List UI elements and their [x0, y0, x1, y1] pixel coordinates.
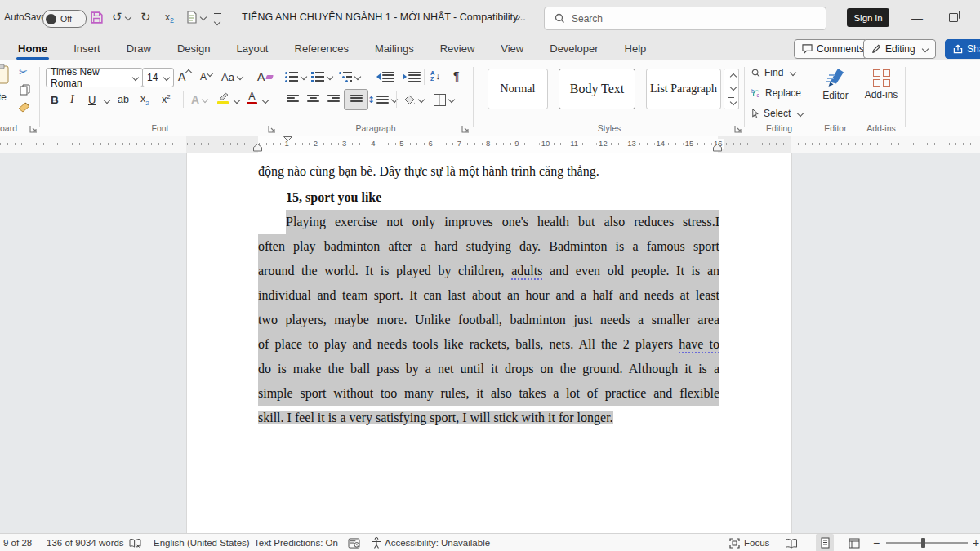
tab-layout[interactable]: Layout	[234, 39, 270, 58]
tab-help[interactable]: Help	[623, 39, 648, 58]
styles-dialog-launcher[interactable]	[734, 125, 742, 133]
pilcrow-button[interactable]: ¶	[450, 66, 463, 86]
clear-formatting-button[interactable]: A	[254, 67, 276, 87]
sign-in-button[interactable]: Sign in	[847, 8, 889, 27]
styles-scroll-down-icon[interactable]	[730, 84, 737, 91]
tab-developer[interactable]: Developer	[548, 39, 599, 58]
horizontal-ruler[interactable]: 12345678910111213141516	[0, 136, 980, 153]
comments-button[interactable]: Comments	[794, 39, 872, 59]
zoom-slider-track[interactable]	[886, 542, 968, 544]
zoom-out-button[interactable]: −	[873, 534, 880, 551]
editing-mode-button[interactable]: Editing	[863, 39, 936, 59]
accessibility-button[interactable]: Accessibility: Unavailable	[372, 534, 490, 551]
tab-mailings[interactable]: Mailings	[373, 39, 416, 58]
underline-button[interactable]: U	[85, 90, 99, 109]
text-predictions-indicator[interactable]: Text Predictions: On	[254, 534, 338, 551]
styles-more-icon[interactable]	[730, 99, 737, 105]
decrease-indent-button[interactable]	[373, 67, 398, 87]
align-left-button[interactable]	[283, 90, 302, 109]
first-line-indent-marker[interactable]	[283, 136, 292, 141]
borders-button[interactable]	[430, 90, 457, 109]
right-indent-marker[interactable]	[713, 144, 722, 152]
page-indicator[interactable]: 9 of 28	[3, 534, 32, 551]
autosave-toggle[interactable]: Off	[42, 10, 87, 28]
bar-icon	[214, 13, 221, 14]
sort-button[interactable]: AZ ↓	[427, 66, 443, 86]
zoom-slider-handle[interactable]	[921, 538, 925, 548]
styles-scroll-up-icon[interactable]	[730, 73, 737, 80]
align-center-button[interactable]	[304, 90, 323, 109]
numbering-button[interactable]	[308, 67, 336, 87]
tab-draw[interactable]: Draw	[125, 39, 153, 58]
style-normal[interactable]: Normal	[488, 69, 548, 109]
shading-button[interactable]	[400, 90, 427, 109]
tab-view[interactable]: View	[499, 39, 525, 58]
font-size-select[interactable]: 14	[142, 68, 174, 87]
tab-review[interactable]: Review	[439, 39, 477, 58]
font-family-select[interactable]: Times New Roman	[46, 68, 143, 87]
print-layout-button[interactable]	[816, 534, 834, 551]
tab-insert[interactable]: Insert	[72, 39, 102, 58]
bullets-button[interactable]	[282, 67, 310, 87]
update-history-button[interactable]	[348, 534, 360, 551]
style-body-text[interactable]: Body Text	[559, 69, 635, 109]
save-button[interactable]	[90, 11, 104, 24]
underline-chevron-icon[interactable]	[104, 97, 110, 104]
addins-button[interactable]: Add-ins	[858, 65, 904, 100]
paragraph-line: skill. I feel it is a very satisfying sp…	[258, 406, 719, 430]
font-color-chevron-icon[interactable]	[262, 97, 269, 104]
clipboard-dialog-launcher[interactable]	[29, 125, 38, 133]
tab-design[interactable]: Design	[176, 39, 212, 58]
subscript-qat-button[interactable]: x2	[165, 11, 174, 24]
left-indent-marker[interactable]	[253, 144, 262, 152]
customize-qat-button[interactable]	[214, 13, 221, 29]
focus-button[interactable]: Focus	[729, 534, 769, 551]
proofing-status-button[interactable]	[129, 534, 141, 551]
restore-button[interactable]	[949, 13, 958, 22]
italic-button[interactable]: I	[67, 90, 78, 109]
tab-references[interactable]: References	[293, 39, 350, 58]
grow-font-button[interactable]: A	[175, 67, 194, 87]
cut-icon[interactable]: ✂	[19, 66, 28, 78]
increase-indent-button[interactable]	[399, 67, 424, 87]
document-area[interactable]: động nào cùng bạn bè. Đây thực sự là một…	[0, 153, 980, 533]
select-button[interactable]: Select	[751, 108, 803, 119]
editor-button[interactable]: Editor	[814, 65, 857, 101]
bold-button[interactable]: B	[47, 90, 62, 109]
paragraph-dialog-launcher[interactable]	[461, 125, 470, 133]
highlight-chevron-icon[interactable]	[234, 97, 240, 104]
read-mode-button[interactable]	[785, 534, 798, 551]
format-painter-icon[interactable]	[18, 101, 30, 113]
text-effects-button[interactable]: A	[188, 90, 211, 109]
find-button[interactable]: Find	[751, 67, 795, 78]
change-case-button[interactable]: Aa	[218, 67, 246, 87]
language-indicator[interactable]: English (United States)	[154, 534, 250, 551]
strikethrough-button[interactable]: ab	[114, 90, 132, 109]
replace-button[interactable]: bc Replace	[751, 87, 801, 99]
chevron-down-icon	[200, 14, 207, 20]
shrink-font-button[interactable]: A	[197, 67, 216, 87]
search-input[interactable]: Search	[544, 7, 826, 30]
font-color-button[interactable]: A	[243, 88, 261, 108]
paste-options-qat-button[interactable]	[186, 11, 206, 24]
style-list-paragraph[interactable]: List Paragraph	[646, 69, 721, 109]
word-count[interactable]: 136 of 9034 words	[47, 534, 124, 551]
web-layout-button[interactable]	[849, 534, 860, 551]
paste-label-partial[interactable]: te	[0, 91, 7, 103]
subscript-button[interactable]: x2	[137, 90, 153, 109]
align-right-button[interactable]	[324, 90, 343, 109]
highlight-button[interactable]	[214, 88, 232, 108]
minimize-button[interactable]: —	[911, 11, 923, 24]
document-page[interactable]: động nào cùng bạn bè. Đây thực sự là một…	[186, 153, 792, 533]
undo-button[interactable]: ↺	[112, 10, 131, 24]
font-dialog-launcher[interactable]	[268, 125, 276, 133]
zoom-in-button[interactable]: +	[973, 534, 979, 551]
copy-icon[interactable]	[20, 84, 30, 96]
multilevel-list-button[interactable]	[336, 67, 363, 87]
share-button[interactable]: Share	[945, 39, 980, 59]
tab-home[interactable]: Home	[16, 39, 49, 58]
line-spacing-button[interactable]: ↕	[364, 90, 400, 109]
redo-button[interactable]: ↻	[140, 10, 151, 24]
svg-text:c: c	[756, 92, 760, 98]
superscript-button[interactable]: x2	[158, 90, 174, 109]
